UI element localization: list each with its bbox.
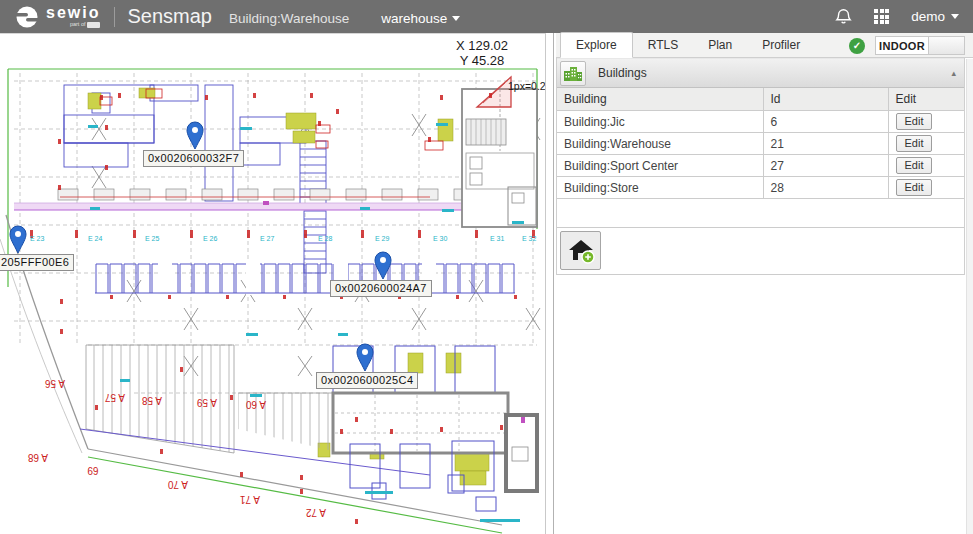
rack-zone-label: E 30 <box>433 235 448 242</box>
rack-zone-label: E 26 <box>203 235 218 242</box>
table-header-row: Building Id Edit <box>557 88 964 111</box>
yard-label: A 71 <box>240 494 260 505</box>
add-building-row <box>557 228 964 275</box>
map-scale-label: 1px=0.2m <box>508 80 546 92</box>
table-row[interactable]: Building:Warehouse 21 Edit <box>557 133 964 155</box>
building-icon <box>563 64 583 82</box>
building-id: 28 <box>763 177 888 199</box>
accordion-title: Buildings <box>598 66 647 80</box>
sewio-logo[interactable]: sewio part of <box>14 5 100 29</box>
rack-zone-label: E 31 <box>490 235 505 242</box>
panel-scrollbar[interactable] <box>966 59 973 534</box>
user-menu[interactable]: demo <box>911 9 959 24</box>
topbar: sewio part of Sensmap Building:Warehouse… <box>0 0 973 33</box>
rack-zone-label: E 23 <box>30 235 45 242</box>
tab-explore[interactable]: Explore <box>560 32 633 58</box>
yard-label: A 58 <box>142 395 162 406</box>
product-name: Sensmap <box>127 5 212 28</box>
brand-badge <box>87 22 100 28</box>
apps-grid-icon[interactable] <box>874 9 889 24</box>
building-name[interactable]: Building:Store <box>557 177 763 199</box>
topbar-divider <box>114 7 115 27</box>
tag-pin[interactable] <box>371 250 395 280</box>
building-id: 27 <box>763 155 888 177</box>
floor-plan-drawing: E 23 E 24 E 25 E 26 E 27 E 28 E 29 E 30 … <box>0 34 546 534</box>
rack-zone-label: E 27 <box>260 235 275 242</box>
yard-label: A 59 <box>197 397 217 408</box>
explore-panel-body: Buildings ▴ Building Id Edit Building:Ji… <box>556 58 965 275</box>
status-ok-icon: ✓ <box>849 38 865 54</box>
map-panel[interactable]: E 23 E 24 E 25 E 26 E 27 E 28 E 29 E 30 … <box>0 33 546 534</box>
cursor-coordinates: X 129.02 Y 45.28 <box>440 38 524 68</box>
tab-plan[interactable]: Plan <box>693 33 747 57</box>
yard-label: A 72 <box>306 507 326 518</box>
indoor-outdoor-toggle: INDOOR <box>875 36 965 55</box>
collapse-arrow-icon[interactable]: ▴ <box>951 68 956 78</box>
app-root: sewio part of Sensmap Building:Warehouse… <box>0 0 973 534</box>
col-header-id: Id <box>763 88 888 111</box>
user-name: demo <box>911 9 945 24</box>
table-row[interactable]: Building:Jic 6 Edit <box>557 111 964 133</box>
yard-label: A 70 <box>168 479 188 490</box>
table-row[interactable]: Building:Sport Center 27 Edit <box>557 155 964 177</box>
building-name[interactable]: Building:Sport Center <box>557 155 763 177</box>
brand-name: sewio <box>46 5 100 21</box>
yard-label: A 60 <box>246 399 266 410</box>
edit-button[interactable]: Edit <box>896 157 933 174</box>
edit-button[interactable]: Edit <box>896 179 933 196</box>
yard-label: A 57 <box>105 392 125 403</box>
tag-label[interactable]: 0x0020600025C4 <box>316 372 418 389</box>
map-selector-value: warehouse <box>381 11 447 26</box>
chevron-down-icon <box>951 14 959 19</box>
rack-zone-label: E 25 <box>145 235 160 242</box>
table-footer-strip <box>557 199 964 228</box>
edit-button[interactable]: Edit <box>896 113 933 130</box>
brand-subtext: part of <box>70 22 86 28</box>
notifications-bell-icon[interactable] <box>835 8 852 25</box>
add-building-button[interactable] <box>560 231 601 270</box>
yard-label: 69 <box>87 465 99 476</box>
table-row[interactable]: Building:Store 28 Edit <box>557 177 964 199</box>
col-header-edit: Edit <box>888 88 964 111</box>
col-header-building: Building <box>557 88 763 111</box>
panel-tabbar: Explore RTLS Plan Profiler ✓ INDOOR <box>556 33 973 58</box>
tag-label[interactable]: 0x0020600024A7 <box>330 280 432 297</box>
indoor-toggle-off[interactable] <box>929 36 965 55</box>
rack-zone-label: E 24 <box>88 235 103 242</box>
tab-rtls[interactable]: RTLS <box>633 33 693 57</box>
tab-profiler[interactable]: Profiler <box>747 33 815 57</box>
building-id: 6 <box>763 111 888 133</box>
tag-pin[interactable] <box>6 224 30 254</box>
map-selector[interactable]: warehouse <box>381 11 460 26</box>
yard-label: A 68 <box>28 452 48 463</box>
building-name[interactable]: Building:Jic <box>557 111 763 133</box>
buildings-icon-button[interactable] <box>560 61 586 86</box>
rack-zone-label: E 29 <box>375 235 390 242</box>
edit-button[interactable]: Edit <box>896 135 933 152</box>
cursor-x: X 129.02 <box>440 38 524 53</box>
buildings-accordion-header[interactable]: Buildings ▴ <box>557 58 964 88</box>
building-name[interactable]: Building:Warehouse <box>557 133 763 155</box>
building-id: 21 <box>763 133 888 155</box>
chevron-down-icon <box>452 16 460 21</box>
sewio-logo-icon <box>14 5 40 29</box>
yard-label: A 56 <box>45 378 65 389</box>
tag-label[interactable]: 205FFF00E6 <box>0 254 74 271</box>
panel-splitter[interactable] <box>553 33 554 534</box>
home-plus-icon <box>567 238 595 264</box>
current-building-label: Building:Warehouse <box>229 11 349 26</box>
rack-zone-label: E 28 <box>318 235 333 242</box>
tag-pin[interactable] <box>183 120 207 150</box>
tag-label[interactable]: 0x0020600032F7 <box>143 150 244 167</box>
rack-zone-label: E 32 <box>522 235 537 242</box>
tag-pin[interactable] <box>353 342 377 372</box>
side-panel: Explore RTLS Plan Profiler ✓ INDOOR <box>556 33 973 534</box>
indoor-toggle-on[interactable]: INDOOR <box>875 36 929 55</box>
buildings-table: Building Id Edit Building:Jic 6 Edit Bui… <box>557 88 964 199</box>
cursor-y: Y 45.28 <box>440 53 524 68</box>
